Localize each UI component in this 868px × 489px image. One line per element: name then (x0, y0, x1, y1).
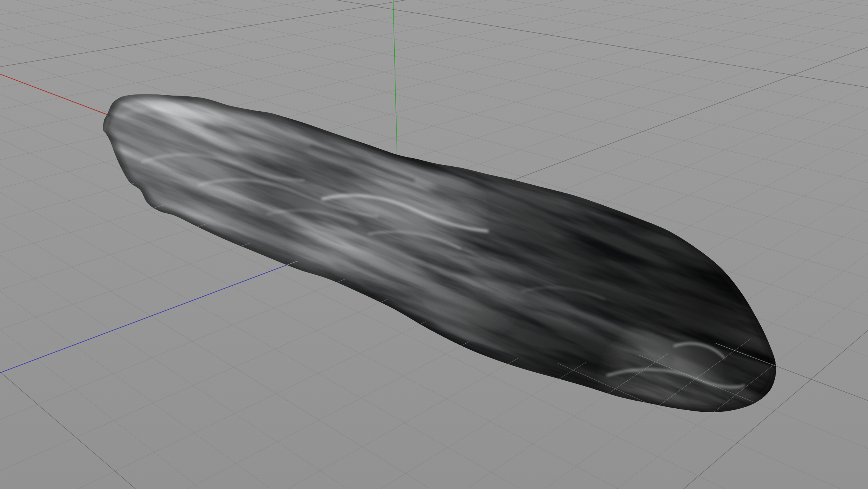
viewport-canvas[interactable] (0, 0, 868, 489)
3d-viewport[interactable] (0, 0, 868, 489)
